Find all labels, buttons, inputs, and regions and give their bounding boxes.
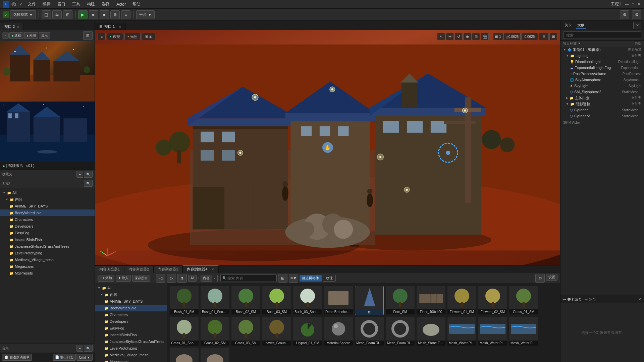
vp-select-tool[interactable]: ↖ — [437, 33, 445, 40]
add-collection-btn[interactable]: + — [76, 171, 83, 178]
folder-megascans[interactable]: 📁 Megascans — [0, 263, 95, 270]
content-tab-3[interactable]: 内容浏览器3 — [153, 265, 182, 273]
left-tab-close[interactable]: ✕ — [17, 25, 19, 28]
import-content-btn[interactable]: ⬆ 导入 — [116, 275, 131, 282]
asset-item-12[interactable]: Grass_01_Snow_SM — [170, 317, 199, 346]
menu-item-tools[interactable]: 工具 — [69, 0, 84, 8]
search-collection-btn[interactable]: 🔍 — [84, 171, 93, 178]
settings-label-btn[interactable]: 设置 — [546, 274, 557, 281]
folder-easyfog[interactable]: 📁 EasyFog — [0, 230, 95, 236]
cb-folder-developers[interactable]: 📁 Developers — [95, 318, 167, 325]
asset-item-2[interactable]: Bush_02_SM — [231, 286, 260, 315]
vp-grid-btn[interactable]: ⊞ 1 — [493, 33, 503, 40]
toolbar-icon-2[interactable]: ⇆ — [52, 10, 62, 19]
cb-folder-beefy[interactable]: 📁 BeefyWaterHole — [95, 305, 167, 311]
asset-item-23[interactable]: Mesh_Water Plane_8K — [509, 317, 538, 346]
folder-medieval[interactable]: 📁 Medieval_Village_mesh — [0, 256, 95, 263]
asset-item-7[interactable]: Fern_SM — [386, 286, 415, 315]
content-filter-btn[interactable]: ⊞ — [278, 274, 287, 283]
folder-content[interactable]: ▼ 📁 内容 — [0, 196, 95, 203]
asset-item-6[interactable]: fc — [355, 286, 384, 315]
filter-static-mesh[interactable]: 静态网格体 — [300, 275, 322, 282]
asset-item-10[interactable]: Flowers_02_SM — [478, 286, 507, 315]
asset-item-3[interactable]: Bush_03_SM — [262, 286, 291, 315]
toolbar-icon-3[interactable]: ⊞ — [63, 10, 72, 19]
menu-item-select[interactable]: 选择 — [98, 0, 113, 8]
asset-item-18[interactable]: Mesh_Foam Ring_Large — [355, 317, 384, 346]
search-combine-btn[interactable]: 🔍 — [84, 345, 93, 352]
vp-camera-tool[interactable]: 📷 — [481, 33, 489, 40]
cb-folder-level[interactable]: 📁 LevelPrototyping — [95, 345, 167, 352]
folder-insects[interactable]: 📁 InsectsBirdsFish — [0, 236, 95, 243]
left-viewport-resize[interactable]: ⊞ — [83, 31, 93, 40]
asset-item-0[interactable]: Bush_01_SM — [170, 286, 199, 315]
folder-characters[interactable]: 📁 Characters — [0, 216, 95, 223]
left-lighting-btn[interactable]: ● 光照 — [24, 32, 38, 39]
viewport-tab-close[interactable]: ✕ — [119, 25, 121, 28]
content-nav-1[interactable]: ◁ — [156, 274, 165, 283]
outliner-skysphere[interactable]: ⬡ SM_Skysphere2 StaticMesh... — [560, 89, 644, 95]
viewport-preview-top[interactable] — [0, 41, 95, 102]
cb-folder-characters[interactable]: 📁 Characters — [95, 311, 167, 318]
asset-item-9[interactable]: Flowers_01_SM — [447, 286, 476, 315]
settings-button[interactable]: ⚙ — [620, 10, 629, 19]
play-next-button[interactable]: ⏭ — [89, 10, 98, 19]
folder-msprsets[interactable]: 📁 MSPresets — [0, 270, 95, 277]
folder-anime-sky[interactable]: 📁 ANIME_SKY_DAYS — [0, 203, 95, 209]
content-tab-1[interactable]: 内容浏览器1 — [95, 265, 124, 273]
outliner-root[interactable]: ▼ 🔷 案例01（编辑器） 世界场景 — [560, 47, 644, 53]
cb-folder-anime[interactable]: 📁 ANIME_SKY_DAYS — [95, 298, 167, 305]
filter-texture[interactable]: 纹理 — [323, 275, 336, 282]
cb-folder-content[interactable]: ▼ 📁 内容 — [95, 291, 167, 298]
vp-scale-tool[interactable]: ⊕ — [463, 33, 471, 40]
menu-item-file[interactable]: 文件 — [24, 0, 39, 8]
vp-translate-tool[interactable]: ✛ — [446, 33, 454, 40]
asset-item-15[interactable]: Leaves_Ground_SM — [262, 317, 291, 346]
toolbar-icon-1[interactable]: ◫ — [42, 10, 51, 19]
menu-item-build[interactable]: 构建 — [84, 0, 98, 8]
vp-menu-btn[interactable]: ≡ — [98, 33, 106, 40]
content-tab-4-close[interactable]: ✕ — [212, 268, 214, 271]
asset-item-24[interactable]: Pebble_01_SM — [170, 348, 199, 362]
viewport-main[interactable]: ≡ ● 透视 ● 光照 显示 ↖ ✛ ↺ — [95, 30, 560, 265]
asset-item-8[interactable]: Floor_400x400 — [417, 286, 445, 315]
folder-beefy[interactable]: 📁 BeefyWaterHole — [0, 209, 95, 216]
stop-button[interactable]: ■ — [100, 10, 109, 19]
folder-developers[interactable]: 📁 Developers — [0, 223, 95, 230]
toolbar-icon-4[interactable]: ⊠ — [110, 10, 120, 19]
search-project-btn[interactable]: 🔍 — [84, 180, 93, 187]
vp-camera-speed[interactable]: ⊞ — [539, 33, 549, 40]
outliner-main-body[interactable]: ▶ 📁 主体白盒 文件夹 — [560, 95, 644, 101]
asset-item-19[interactable]: Mesh_Foam Ring_Small — [386, 317, 415, 346]
asset-item-20[interactable]: Mesh_Stone Example — [417, 317, 445, 346]
vp-perspective-btn[interactable]: ● 透视 — [107, 33, 123, 40]
menu-item-actor[interactable]: Actor — [113, 0, 129, 8]
folder-japanese-grass[interactable]: 📁 JapaneseStylizedGrassAndTrees — [0, 243, 95, 250]
outliner-skyatmosphere[interactable]: 🌐 SkyAtmosphere SkyAtmos... — [560, 77, 644, 83]
viewport-preview-bottom[interactable] — [0, 102, 95, 162]
outliner-lighting[interactable]: ▼ 📁 Lighting 文件夹 — [560, 53, 644, 59]
asset-item-16[interactable]: Lilypad_01_SM — [293, 317, 322, 346]
drag-cursor[interactable]: ✋ — [322, 142, 333, 153]
window-minimize-button[interactable]: — — [625, 2, 629, 7]
breadcrumb-all[interactable]: All — [188, 275, 197, 282]
outliner-exp-fog[interactable]: ☁ ExponentialHeightFog Exponential... — [560, 65, 644, 71]
keyframe-tab[interactable]: ✏ 关卡细节 — [563, 297, 582, 302]
folder-level-proto[interactable]: 📁 LevelPrototyping — [0, 250, 95, 256]
folder-all[interactable]: ▼ 📁 All — [0, 189, 95, 196]
right-tab-level[interactable]: 关卡 — [563, 22, 573, 28]
asset-item-17[interactable]: Material Sphere — [324, 317, 353, 346]
select-mode-button[interactable]: 选择模式 ▼ — [10, 10, 36, 19]
scroll-menu-btn[interactable]: 📋 侧边滚动菜单 — [2, 354, 32, 361]
cb-folder-megascans[interactable]: 📁 Megascans — [95, 358, 167, 362]
asset-item-11[interactable]: Grass_01_SM — [509, 286, 538, 315]
add-content-btn[interactable]: + + 添加 — [98, 275, 114, 282]
asset-item-25[interactable]: Pebble_01_SM — [201, 348, 229, 362]
vp-lighting-btn[interactable]: ● 光照 — [124, 33, 141, 40]
outliner-shadow[interactable]: ▼ 📁 阴影遮挡 文件夹 — [560, 101, 644, 107]
platform-button[interactable]: 平台 ▼ — [136, 10, 155, 19]
content-search-input[interactable] — [220, 275, 277, 282]
menu-item-edit[interactable]: 编辑 — [39, 0, 54, 8]
content-tab-4[interactable]: 内容浏览器4 ✕ — [182, 265, 218, 273]
menu-item-window[interactable]: 窗口 — [54, 0, 69, 8]
